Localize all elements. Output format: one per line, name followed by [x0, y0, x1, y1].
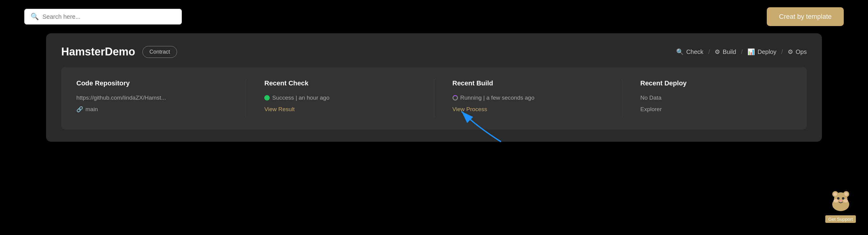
search-input[interactable] [42, 13, 176, 20]
support-widget[interactable]: Get Support [825, 190, 856, 223]
build-status-text: Running | a few seconds ago [460, 95, 535, 101]
svg-point-9 [839, 200, 842, 202]
running-icon [453, 95, 458, 101]
recent-deploy-section: Recent Deploy No Data Explorer [622, 79, 792, 118]
recent-check-status: Success | an hour ago [264, 95, 415, 101]
search-container: 🔍 [24, 9, 182, 25]
ops-label: Ops [796, 48, 807, 56]
branch-name: main [86, 106, 98, 113]
pipeline-nav-check[interactable]: 🔍 Check [676, 48, 704, 56]
success-dot [264, 95, 270, 101]
svg-point-10 [833, 199, 838, 203]
build-icon: ⚙ [715, 48, 720, 56]
svg-point-6 [844, 192, 848, 196]
ops-icon: ⚙ [788, 48, 793, 56]
separator-2: / [741, 48, 743, 56]
check-icon: 🔍 [676, 48, 684, 56]
contract-badge[interactable]: Contract [143, 46, 177, 58]
card-title-section: HamsterDemo Contract [61, 45, 177, 58]
main-card: HamsterDemo Contract 🔍 Check / ⚙ Build /… [46, 33, 822, 142]
top-bar: 🔍 Creat by template [0, 0, 868, 33]
search-icon: 🔍 [31, 13, 39, 21]
build-label: Build [722, 48, 736, 56]
code-repo-url: https://github.com/lindaZX/Hamst... [76, 95, 227, 101]
svg-point-11 [843, 199, 848, 203]
link-icon: 🔗 [76, 106, 83, 113]
inner-card: Code Repository https://github.com/linda… [61, 67, 807, 130]
recent-build-section: Recent Build Running | a few seconds ago… [434, 79, 622, 118]
view-result-link[interactable]: View Result [264, 106, 294, 112]
support-avatar [829, 190, 853, 214]
recent-build-title: Recent Build [453, 79, 604, 87]
code-repo-branch: 🔗 main [76, 106, 227, 113]
code-repo-title: Code Repository [76, 79, 227, 87]
pipeline-nav-build[interactable]: ⚙ Build [715, 48, 736, 56]
card-header: HamsterDemo Contract 🔍 Check / ⚙ Build /… [61, 45, 807, 58]
svg-point-7 [837, 197, 839, 200]
pipeline-nav-deploy[interactable]: 📊 Deploy [747, 48, 776, 56]
recent-check-title: Recent Check [264, 79, 415, 87]
deploy-label: Deploy [757, 48, 776, 56]
annotation-arrow [453, 108, 507, 145]
card-title: HamsterDemo [61, 45, 135, 58]
recent-check-section: Recent Check Success | an hour ago View … [246, 79, 434, 118]
separator-3: / [781, 48, 783, 56]
check-label: Check [686, 48, 704, 56]
pipeline-nav-ops[interactable]: ⚙ Ops [788, 48, 807, 56]
check-status-text: Success | an hour ago [272, 95, 330, 101]
create-by-template-button[interactable]: Creat by template [767, 7, 844, 26]
recent-build-status: Running | a few seconds ago [453, 95, 604, 101]
pipeline-nav: 🔍 Check / ⚙ Build / 📊 Deploy / ⚙ Ops [676, 48, 807, 56]
svg-point-5 [833, 192, 837, 196]
no-data-text: No Data [641, 95, 792, 101]
explorer-text[interactable]: Explorer [641, 106, 792, 113]
svg-point-8 [842, 197, 844, 200]
deploy-icon: 📊 [747, 48, 755, 56]
separator-1: / [708, 48, 710, 56]
recent-deploy-title: Recent Deploy [641, 79, 792, 87]
code-repo-section: Code Repository https://github.com/linda… [76, 79, 246, 118]
support-label: Get Support [825, 215, 856, 223]
